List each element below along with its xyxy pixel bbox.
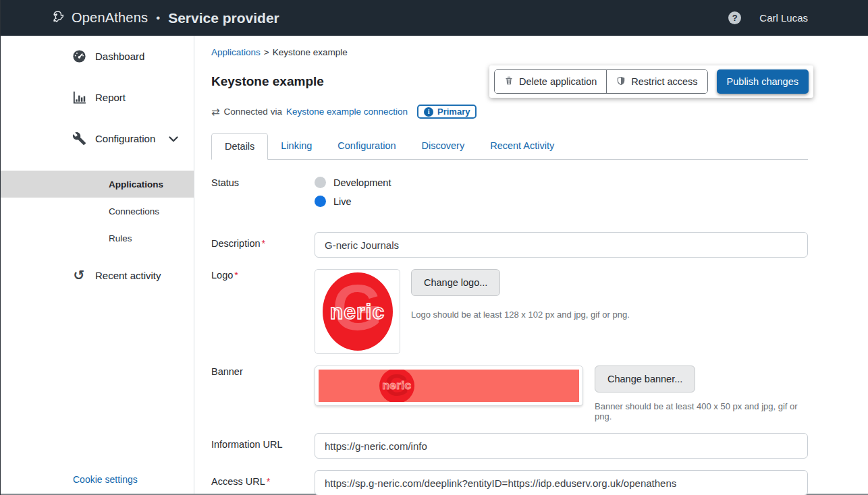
- connection-status: ⇄ Connected via Keystone example connect…: [211, 105, 808, 119]
- tab-discovery[interactable]: Discovery: [409, 133, 478, 160]
- description-input[interactable]: [315, 232, 808, 258]
- chevron-down-icon: [169, 133, 178, 144]
- primary-badge-label: Primary: [437, 107, 470, 117]
- button-label: Restrict access: [631, 76, 697, 87]
- brand-name: OpenAthens: [72, 10, 148, 26]
- connected-prefix: Connected via: [224, 107, 282, 117]
- radio-live-dot[interactable]: [315, 196, 326, 207]
- tab-details[interactable]: Details: [211, 133, 268, 160]
- required-marker: *: [262, 238, 266, 249]
- restrict-access-button[interactable]: Restrict access: [606, 70, 707, 93]
- tab-configuration[interactable]: Configuration: [325, 133, 408, 160]
- sidebar-item-label: Report: [95, 92, 126, 103]
- gneric-logo-image: G neric: [323, 272, 393, 351]
- status-field-row: Status Development Live: [211, 177, 808, 214]
- app-header: OpenAthens • Service provider ? Carl Luc…: [1, 0, 868, 36]
- information-url-field-row: Information URL: [211, 433, 808, 459]
- logo-helper-text: Logo should be at least 128 x 102 px and…: [411, 310, 630, 320]
- logo-word: neric: [330, 299, 385, 324]
- bar-chart-icon: [71, 90, 87, 105]
- banner-label: Banner: [211, 366, 315, 377]
- radio-development-dot[interactable]: [315, 177, 326, 188]
- sidebar-item-recent-activity[interactable]: ↺ Recent activity: [1, 266, 194, 284]
- sidebar-item-label: Recent activity: [95, 270, 161, 281]
- description-field-row: Description*: [211, 232, 808, 258]
- logo-label: Logo*: [211, 269, 315, 281]
- logo-preview: G neric: [315, 269, 400, 354]
- sidebar-item-configuration[interactable]: Configuration: [1, 129, 194, 147]
- status-label: Status: [211, 177, 315, 188]
- sub-item-label: Connections: [109, 206, 159, 216]
- gneric-banner-image: G neric: [319, 370, 579, 402]
- sidebar-item-label: Dashboard: [95, 51, 144, 62]
- sidebar-item-rules[interactable]: Rules: [1, 225, 194, 252]
- connection-link[interactable]: Keystone example connection: [286, 107, 408, 117]
- actions-panel: Delete application Restrict access Publi…: [489, 65, 813, 98]
- radio-development-label: Development: [333, 177, 391, 188]
- sub-item-label: Rules: [109, 233, 132, 243]
- help-icon[interactable]: ?: [728, 11, 741, 24]
- sidebar-item-dashboard[interactable]: Dashboard: [1, 47, 194, 65]
- banner-field-row: Banner G neric Change banne: [211, 366, 808, 421]
- product-name: Service provider: [168, 10, 279, 26]
- shield-icon: [616, 76, 626, 88]
- access-url-input[interactable]: [315, 470, 808, 495]
- user-menu[interactable]: Carl Lucas: [759, 12, 808, 24]
- dashboard-gauge-icon: [71, 49, 87, 64]
- radio-live-label: Live: [333, 196, 352, 207]
- banner-preview: G neric: [315, 366, 583, 406]
- primary-badge: i Primary: [417, 105, 477, 119]
- radio-development[interactable]: Development: [315, 177, 808, 188]
- radio-live[interactable]: Live: [315, 196, 808, 207]
- information-url-label: Information URL: [211, 433, 315, 450]
- sidebar-item-connections[interactable]: Connections: [1, 198, 194, 225]
- history-icon: ↺: [71, 268, 87, 282]
- required-marker: *: [267, 476, 271, 487]
- sidebar: Dashboard Report Configuration: [1, 36, 194, 494]
- tab-recent-activity[interactable]: Recent Activity: [477, 133, 567, 160]
- trash-icon: [504, 76, 514, 88]
- sidebar-item-applications[interactable]: Applications: [1, 171, 194, 198]
- banner-word: neric: [382, 379, 411, 392]
- logo-field-row: Logo* G neric Change logo... Logo should…: [211, 269, 808, 354]
- breadcrumb-current: Keystone example: [273, 47, 348, 57]
- change-logo-button[interactable]: Change logo...: [411, 269, 500, 296]
- page-title: Keystone example: [211, 74, 324, 89]
- cookie-settings-link[interactable]: Cookie settings: [73, 474, 138, 485]
- button-group: Delete application Restrict access: [494, 69, 708, 94]
- banner-helper-text: Banner should be at least 400 x 50 px an…: [595, 401, 808, 421]
- breadcrumb-applications-link[interactable]: Applications: [211, 47, 261, 57]
- access-url-field-row: Access URL*: [211, 470, 808, 495]
- sidebar-item-report[interactable]: Report: [1, 88, 194, 106]
- information-url-input[interactable]: [315, 433, 808, 459]
- exchange-arrows-icon: ⇄: [211, 106, 220, 118]
- brand: OpenAthens • Service provider: [49, 9, 279, 27]
- details-form: Status Development Live Description*: [211, 160, 808, 495]
- description-label: Description*: [211, 232, 315, 249]
- main-content: Applications>Keystone example Keystone e…: [194, 36, 868, 494]
- required-marker: *: [234, 270, 238, 281]
- access-url-label: Access URL*: [211, 470, 315, 487]
- breadcrumb-separator: >: [264, 47, 269, 57]
- tab-bar: Details Linking Configuration Discovery …: [211, 133, 808, 160]
- change-banner-button[interactable]: Change banner...: [595, 366, 695, 392]
- publish-changes-button[interactable]: Publish changes: [717, 69, 809, 94]
- brand-separator: •: [156, 11, 160, 25]
- tab-linking[interactable]: Linking: [268, 133, 325, 160]
- button-label: Delete application: [519, 76, 597, 87]
- sub-item-label: Applications: [109, 179, 163, 190]
- breadcrumb: Applications>Keystone example: [211, 47, 808, 57]
- delete-application-button[interactable]: Delete application: [495, 70, 606, 93]
- info-icon[interactable]: i: [424, 107, 433, 117]
- wrench-icon: [71, 132, 87, 146]
- openathens-logo-icon: [49, 9, 65, 27]
- sidebar-item-label: Configuration: [95, 133, 155, 144]
